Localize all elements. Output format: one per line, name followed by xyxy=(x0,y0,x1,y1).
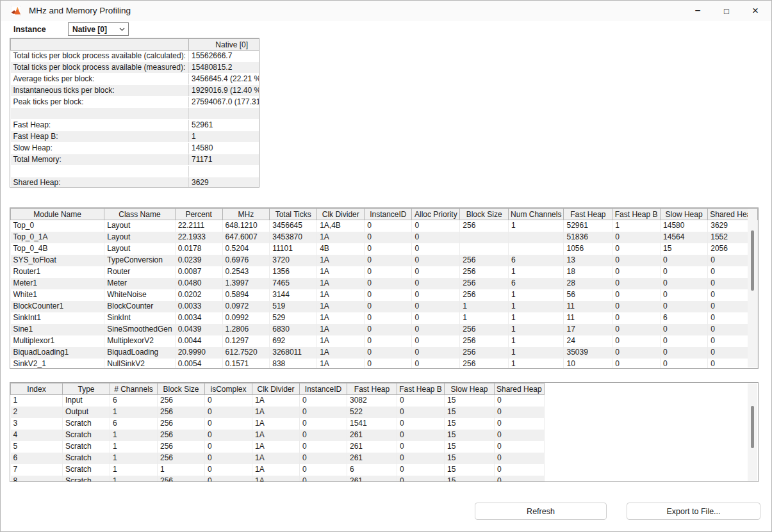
cell: 0 xyxy=(365,359,412,369)
cell: 1929016.9 (12.40 %) xyxy=(188,85,259,97)
refresh-button-label: Refresh xyxy=(527,507,555,516)
module-row[interactable]: Top_0Layout22.2111648.121034566451A,4B00… xyxy=(11,220,758,232)
column-header: Total Ticks xyxy=(270,209,317,220)
summary-row[interactable]: Fast Heap:52961 xyxy=(11,120,260,131)
profiling-window: MHz and Memory Profiling − □ × Instance … xyxy=(0,0,772,532)
cell: Multiplexor1 xyxy=(11,335,104,347)
cell: 0.0439 xyxy=(175,324,222,335)
cell: 0.0239 xyxy=(175,255,222,266)
summary-row[interactable] xyxy=(11,166,260,177)
summary-row[interactable]: Shared Heap:3629 xyxy=(11,177,260,188)
module-row[interactable]: White1WhiteNoise0.02020.589431441A002561… xyxy=(11,289,758,301)
module-row[interactable]: SinkInt1SinkInt0.00340.09925291A00111106… xyxy=(11,312,758,324)
cell: 0.0044 xyxy=(175,335,222,347)
cell: 0 xyxy=(365,220,412,232)
cell: 838 xyxy=(270,359,317,369)
cell: 0 xyxy=(205,407,252,418)
cell: 1A xyxy=(317,266,365,278)
instance-dropdown[interactable]: Native [0] xyxy=(68,22,129,36)
module-row[interactable]: BlockCounter1BlockCounter0.00330.0972519… xyxy=(11,301,758,312)
cell: BiquadLoading1 xyxy=(11,347,104,359)
module-row[interactable]: Top_0_1ALayout22.1933647.600734538701A00… xyxy=(11,232,758,243)
summary-row[interactable]: Peak ticks per block:27594067.0 (177.31 … xyxy=(11,97,260,108)
cell: Layout xyxy=(104,243,175,255)
cell: 0 xyxy=(397,464,445,476)
buffer-row[interactable]: 7Scratch1101A060150 xyxy=(11,464,545,476)
cell: 0 xyxy=(300,464,347,476)
buffer-row[interactable]: 2Output125601A05220150 xyxy=(11,407,545,418)
cell: 0 xyxy=(661,347,708,359)
column-header: Index xyxy=(11,383,63,395)
refresh-button[interactable]: Refresh xyxy=(475,503,607,520)
cell xyxy=(460,232,509,243)
buffer-row[interactable]: 1Input625601A030820150 xyxy=(11,395,545,407)
cell: 15 xyxy=(445,453,495,464)
module-row[interactable]: Sine1SineSmoothedGen0.04391.280668301A00… xyxy=(11,324,758,335)
cell: 0 xyxy=(612,289,661,301)
scrollbar-thumb[interactable] xyxy=(751,406,754,448)
cell: 1 xyxy=(509,301,564,312)
close-button[interactable]: × xyxy=(744,1,767,21)
cell: 256 xyxy=(460,347,509,359)
minimize-icon: − xyxy=(694,5,700,17)
cell: 0 xyxy=(205,430,252,441)
module-row[interactable]: SinkV2_1NullSinkV20.00540.15718381A00256… xyxy=(11,359,758,369)
summary-row[interactable]: Total Memory:71171 xyxy=(11,154,260,166)
summary-row[interactable]: Average ticks per block:3456645.4 (22.21… xyxy=(11,74,260,85)
cell: 0 xyxy=(412,335,460,347)
cell: 0 xyxy=(412,243,460,255)
module-row[interactable]: SYS_toFloatTypeConversion0.02390.6976372… xyxy=(11,255,758,266)
buffer-row[interactable]: 4Scratch125601A02610150 xyxy=(11,430,545,441)
cell: 0 xyxy=(412,289,460,301)
buffer-row[interactable]: 8Scratch125601A02610150 xyxy=(11,476,545,483)
cell: 0 xyxy=(205,395,252,407)
instance-selected-value: Native [0] xyxy=(72,25,107,34)
cell: 28 xyxy=(564,278,612,289)
cell: 1 xyxy=(509,335,564,347)
cell: 1 xyxy=(509,324,564,335)
summary-row[interactable]: Fast Heap B:1 xyxy=(11,131,260,143)
cell: 0 xyxy=(495,464,545,476)
cell: 0 xyxy=(612,347,661,359)
column-header: Native [0] xyxy=(188,39,259,51)
cell: 1 xyxy=(110,464,158,476)
cell: BiquadLoading xyxy=(104,347,175,359)
module-row[interactable]: Router1Router0.00870.254313561A002561180… xyxy=(11,266,758,278)
cell: 261 xyxy=(347,453,397,464)
module-table-scrollbar[interactable] xyxy=(748,209,757,367)
cell: 0 xyxy=(365,243,412,255)
module-row[interactable]: Multiplexor1MultiplexorV20.00440.1297692… xyxy=(11,335,758,347)
summary-row[interactable] xyxy=(11,108,260,120)
module-row[interactable]: BiquadLoading1BiquadLoading20.9990612.75… xyxy=(11,347,758,359)
cell: 0 xyxy=(661,324,708,335)
matlab-icon xyxy=(11,6,21,16)
cell: 51836 xyxy=(564,232,612,243)
cell: 0 xyxy=(205,464,252,476)
buffer-row[interactable]: 5Scratch125601A02610150 xyxy=(11,441,545,453)
cell: 1 xyxy=(11,395,63,407)
buffer-table-scrollbar[interactable] xyxy=(748,383,757,481)
cell: 0 xyxy=(612,266,661,278)
summary-row[interactable]: Slow Heap:14580 xyxy=(11,143,260,154)
buffer-row[interactable]: 3Scratch625601A015410150 xyxy=(11,418,545,430)
cell: 56 xyxy=(564,289,612,301)
cell: 1A xyxy=(317,312,365,324)
summary-row[interactable]: Total ticks per block process available … xyxy=(11,62,260,74)
cell: 15 xyxy=(445,407,495,418)
cell: 261 xyxy=(347,430,397,441)
cell: 15480815.2 xyxy=(188,62,259,74)
export-to-file-button[interactable]: Export to File... xyxy=(627,503,760,520)
cell: 5 xyxy=(11,441,63,453)
summary-row[interactable]: Instantaneous ticks per block:1929016.9 … xyxy=(11,85,260,97)
scrollbar-thumb[interactable] xyxy=(751,230,754,291)
buffer-row[interactable]: 6Scratch125601A02610150 xyxy=(11,453,545,464)
summary-row[interactable]: Total ticks per block process available … xyxy=(11,51,260,62)
cell: 0 xyxy=(412,324,460,335)
minimize-button[interactable]: − xyxy=(686,1,709,21)
column-header: Fast Heap xyxy=(564,209,612,220)
cell: 22.2111 xyxy=(175,220,222,232)
module-row[interactable]: Meter1Meter0.04801.399774651A00256628000 xyxy=(11,278,758,289)
module-row[interactable]: Top_0_4BLayout0.01780.5204111014B0010560… xyxy=(11,243,758,255)
cell: Output xyxy=(63,407,110,418)
maximize-button[interactable]: □ xyxy=(715,1,738,21)
